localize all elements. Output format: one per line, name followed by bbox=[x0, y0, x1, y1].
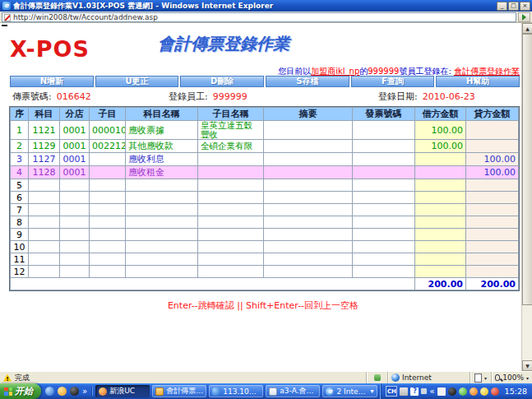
table-cell[interactable]: 100.00 bbox=[466, 153, 519, 166]
table-cell[interactable]: 7 bbox=[11, 204, 29, 216]
table-cell[interactable] bbox=[264, 166, 353, 179]
table-cell[interactable] bbox=[264, 204, 353, 216]
table-cell[interactable] bbox=[126, 253, 198, 266]
tray-orange-app-icon[interactable] bbox=[470, 387, 478, 396]
table-cell[interactable] bbox=[353, 192, 415, 204]
menu-item-1[interactable]: N增新 bbox=[10, 76, 94, 87]
table-cell[interactable] bbox=[264, 216, 353, 229]
warning-icon[interactable] bbox=[3, 374, 12, 382]
table-cell[interactable] bbox=[60, 216, 90, 229]
table-cell[interactable]: 應收票據 bbox=[126, 121, 198, 140]
table-cell[interactable] bbox=[198, 166, 264, 179]
field-value[interactable]: 016642 bbox=[57, 91, 91, 102]
table-cell[interactable] bbox=[90, 166, 126, 179]
taskbar-task-4[interactable]: a3-A.會計傳... bbox=[266, 385, 320, 397]
table-cell[interactable] bbox=[60, 266, 90, 278]
table-cell[interactable] bbox=[90, 266, 126, 278]
table-cell[interactable] bbox=[353, 253, 415, 266]
table-cell[interactable]: 皇英立達五穀豐收 bbox=[198, 121, 264, 140]
table-cell[interactable] bbox=[353, 166, 415, 179]
menu-item-4[interactable]: S存檔 bbox=[266, 76, 349, 87]
table-cell[interactable] bbox=[90, 216, 126, 229]
table-cell[interactable] bbox=[466, 204, 519, 216]
taskbar-task-5[interactable]: e2 Internet...▾ bbox=[322, 385, 377, 397]
table-cell[interactable]: 10 bbox=[11, 241, 29, 253]
task-group-dropdown-icon[interactable]: ▾ bbox=[371, 387, 374, 395]
table-cell[interactable] bbox=[29, 241, 60, 253]
table-cell[interactable]: 12 bbox=[11, 266, 29, 278]
table-cell[interactable] bbox=[353, 216, 415, 229]
table-cell[interactable] bbox=[264, 121, 353, 140]
table-cell[interactable] bbox=[353, 241, 415, 253]
table-cell[interactable] bbox=[415, 229, 466, 241]
table-cell[interactable] bbox=[466, 121, 519, 140]
table-cell[interactable] bbox=[29, 229, 60, 241]
start-button[interactable]: 开始 bbox=[0, 383, 41, 399]
table-cell[interactable]: 5 bbox=[11, 179, 29, 192]
table-cell[interactable] bbox=[29, 266, 60, 278]
table-cell[interactable] bbox=[198, 216, 264, 229]
vertical-scrollbar[interactable]: ▲ ▼ bbox=[521, 23, 532, 371]
table-cell[interactable]: 002212 bbox=[90, 140, 126, 153]
table-cell[interactable] bbox=[415, 204, 466, 216]
quick-launch-qq-icon[interactable] bbox=[70, 387, 79, 396]
table-cell[interactable]: 0001 bbox=[60, 140, 90, 153]
table-cell[interactable] bbox=[415, 179, 466, 192]
table-cell[interactable] bbox=[353, 153, 415, 166]
language-indicator[interactable]: CH bbox=[386, 386, 397, 397]
table-cell[interactable] bbox=[198, 253, 264, 266]
scroll-up-arrow-icon[interactable]: ▲ bbox=[522, 23, 532, 34]
table-cell[interactable]: 2 bbox=[11, 140, 29, 153]
menu-item-3[interactable]: D刪除 bbox=[180, 76, 264, 87]
close-button[interactable]: × bbox=[520, 2, 530, 11]
table-cell[interactable] bbox=[264, 253, 353, 266]
help-icon[interactable]: ? bbox=[410, 387, 419, 396]
table-cell[interactable] bbox=[353, 140, 415, 153]
table-cell[interactable] bbox=[353, 179, 415, 192]
table-cell[interactable] bbox=[60, 253, 90, 266]
table-cell[interactable] bbox=[90, 204, 126, 216]
table-cell[interactable] bbox=[415, 153, 466, 166]
tray-collapse-chevron[interactable]: « bbox=[429, 387, 434, 396]
table-cell[interactable]: 11 bbox=[11, 253, 29, 266]
table-cell[interactable] bbox=[29, 179, 60, 192]
table-cell[interactable] bbox=[198, 204, 264, 216]
table-cell[interactable]: 9 bbox=[11, 229, 29, 241]
table-cell[interactable] bbox=[198, 179, 264, 192]
table-cell[interactable] bbox=[90, 192, 126, 204]
table-cell[interactable] bbox=[466, 140, 519, 153]
clock[interactable]: 15:28 bbox=[505, 387, 527, 396]
table-cell[interactable] bbox=[60, 241, 90, 253]
table-cell[interactable] bbox=[29, 253, 60, 266]
menu-item-5[interactable]: F查詢 bbox=[351, 76, 435, 87]
tray-misc-icon[interactable] bbox=[421, 388, 427, 394]
table-cell[interactable]: 8 bbox=[11, 216, 29, 229]
table-cell[interactable] bbox=[90, 229, 126, 241]
table-cell[interactable] bbox=[126, 229, 198, 241]
table-cell[interactable] bbox=[60, 229, 90, 241]
table-cell[interactable] bbox=[60, 179, 90, 192]
table-cell[interactable] bbox=[126, 241, 198, 253]
table-cell[interactable]: 100.00 bbox=[466, 166, 519, 179]
table-cell[interactable] bbox=[415, 241, 466, 253]
table-cell[interactable]: 1128 bbox=[29, 166, 60, 179]
table-cell[interactable]: 000010 bbox=[90, 121, 126, 140]
table-cell[interactable] bbox=[466, 229, 519, 241]
table-cell[interactable]: 1127 bbox=[29, 153, 60, 166]
table-cell[interactable] bbox=[126, 204, 198, 216]
table-cell[interactable] bbox=[264, 153, 353, 166]
table-cell[interactable] bbox=[60, 204, 90, 216]
table-cell[interactable] bbox=[415, 192, 466, 204]
quick-launch-overflow-chevron[interactable]: » bbox=[82, 387, 87, 396]
tray-red-app-icon[interactable] bbox=[491, 387, 499, 396]
table-cell[interactable] bbox=[126, 266, 198, 278]
table-cell[interactable] bbox=[466, 192, 519, 204]
taskbar-task-3[interactable]: 113.105.131... bbox=[209, 385, 263, 397]
table-cell[interactable] bbox=[353, 204, 415, 216]
table-cell[interactable] bbox=[466, 266, 519, 278]
minimize-button[interactable]: _ bbox=[497, 2, 507, 11]
taskbar-task-1[interactable]: 新浪UC bbox=[95, 385, 150, 397]
tray-document-icon[interactable] bbox=[437, 387, 446, 396]
table-cell[interactable]: 0001 bbox=[60, 121, 90, 140]
field-value[interactable]: 2010-06-23 bbox=[423, 91, 475, 102]
